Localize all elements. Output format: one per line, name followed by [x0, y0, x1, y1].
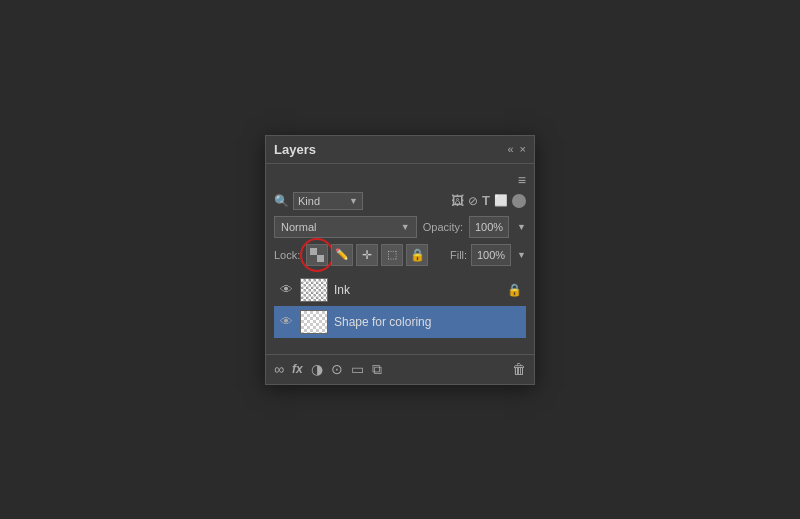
kind-icons: 🖼 ⊘ T ⬜ [367, 193, 526, 208]
layer-lock-badge: 🔒 [507, 283, 522, 297]
panel-title-icons: « × [507, 143, 526, 155]
circle-indicator [512, 194, 526, 208]
svg-rect-1 [317, 255, 324, 262]
lock-all-icon[interactable]: 🔒 [406, 244, 428, 266]
checkerboard-svg [310, 248, 324, 262]
opacity-value: 100% [475, 221, 503, 233]
lock-row: Lock: ✏️ ✛ [274, 244, 526, 266]
search-icon: 🔍 [274, 194, 289, 208]
layer-thumbnail [300, 278, 328, 302]
kind-row: 🔍 Kind ▼ 🖼 ⊘ T ⬜ [274, 192, 526, 210]
shape-thumb-pattern [301, 311, 327, 333]
kind-dropdown-arrow: ▼ [349, 196, 358, 206]
lock-position-icon[interactable]: ✛ [356, 244, 378, 266]
kind-label: Kind [298, 195, 320, 207]
panel-title-left: Layers [274, 142, 316, 157]
lock-artboard-icon[interactable]: ⬚ [381, 244, 403, 266]
svg-rect-0 [310, 248, 317, 255]
fx-icon[interactable]: fx [292, 362, 303, 376]
opacity-dropdown-arrow[interactable]: ▼ [517, 222, 526, 232]
lock-transparent-wrapper [306, 244, 328, 266]
panel-titlebar: Layers « × [266, 136, 534, 164]
blend-row: Normal ▼ Opacity: 100% ▼ [274, 216, 526, 238]
layer-visibility-icon[interactable]: 👁 [278, 314, 294, 329]
blend-mode-select[interactable]: Normal ▼ [274, 216, 417, 238]
ink-thumb-pattern [301, 279, 327, 301]
delete-layer-icon[interactable]: 🗑 [512, 361, 526, 377]
bottom-toolbar: ∞ fx ◑ ⊙ ▭ ⧉ 🗑 [266, 354, 534, 384]
opacity-label: Opacity: [423, 221, 463, 233]
add-mask-icon[interactable]: ⊙ [331, 361, 343, 377]
fill-value: 100% [477, 249, 505, 261]
fill-label: Fill: [450, 249, 467, 261]
fill-input[interactable]: 100% [471, 244, 511, 266]
layer-name: Ink [334, 283, 501, 297]
layer-name: Shape for coloring [334, 315, 522, 329]
lock-icons-group: ✏️ ✛ ⬚ 🔒 [306, 244, 428, 266]
panel-title: Layers [274, 142, 316, 157]
panel-menu-icon[interactable]: ≡ [518, 172, 526, 188]
kind-select[interactable]: Kind ▼ [293, 192, 363, 210]
group-layers-icon[interactable]: ▭ [351, 361, 364, 377]
new-layer-icon[interactable]: ⧉ [372, 361, 382, 378]
circle-filter-icon[interactable]: ⊘ [468, 194, 478, 208]
lock-transparent-icon[interactable] [306, 244, 328, 266]
panel-body: ≡ 🔍 Kind ▼ 🖼 ⊘ T ⬜ Normal ▼ Opacity: [266, 164, 534, 354]
text-filter-icon[interactable]: T [482, 193, 490, 208]
layer-visibility-icon[interactable]: 👁 [278, 282, 294, 297]
opacity-input[interactable]: 100% [469, 216, 509, 238]
fill-dropdown-arrow[interactable]: ▼ [517, 250, 526, 260]
layers-panel: Layers « × ≡ 🔍 Kind ▼ 🖼 ⊘ T ⬜ [265, 135, 535, 385]
image-filter-icon[interactable]: 🖼 [451, 193, 464, 208]
blend-dropdown-arrow: ▼ [401, 222, 410, 232]
blend-mode-value: Normal [281, 221, 316, 233]
collapse-icon[interactable]: « [507, 143, 513, 155]
svg-rect-2 [317, 248, 324, 255]
close-icon[interactable]: × [520, 143, 526, 155]
layer-thumbnail [300, 310, 328, 334]
lock-label: Lock: [274, 249, 300, 261]
layers-list: 👁 Ink 🔒 👁 Shape for coloring [274, 274, 526, 338]
shape-filter-icon[interactable]: ⬜ [494, 194, 508, 207]
layer-row[interactable]: 👁 Ink 🔒 [274, 274, 526, 306]
lock-image-icon[interactable]: ✏️ [331, 244, 353, 266]
layer-row[interactable]: 👁 Shape for coloring [274, 306, 526, 338]
link-layers-icon[interactable]: ∞ [274, 361, 284, 377]
svg-rect-3 [310, 255, 317, 262]
new-fill-adjustment-icon[interactable]: ◑ [311, 361, 323, 377]
